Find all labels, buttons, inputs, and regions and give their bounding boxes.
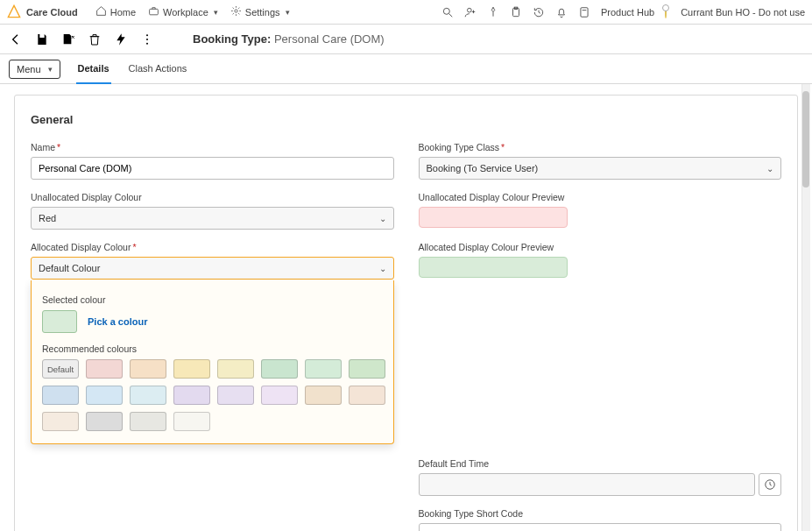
colour-swatch[interactable] (173, 412, 210, 431)
chevron-down-icon: ▾ (214, 8, 218, 17)
booking-type-class-select[interactable]: Booking (To Service User) ⌄ (419, 157, 782, 180)
label-unalloc-preview: Unallocated Display Colour Preview (419, 192, 782, 202)
colour-swatch[interactable] (86, 412, 123, 431)
chevron-down-icon: ▾ (286, 8, 290, 17)
svg-point-4 (468, 8, 472, 12)
booking-type-class-value: Booking (To Service User) (427, 163, 539, 173)
colour-swatch[interactable] (173, 359, 210, 379)
colour-swatch[interactable] (130, 386, 166, 405)
short-code-input[interactable] (419, 523, 782, 531)
svg-point-2 (443, 8, 449, 14)
home-icon (95, 5, 107, 18)
recommended-swatch-grid: Default (42, 359, 383, 431)
colour-swatch[interactable] (349, 386, 385, 405)
menu-button-label: Menu (17, 64, 41, 74)
clipboard-icon[interactable] (510, 6, 522, 18)
gear-icon (230, 5, 242, 18)
back-icon[interactable] (9, 32, 23, 46)
panel: General Name Booking Type Class Booking … (14, 95, 798, 531)
name-input[interactable] (31, 157, 394, 180)
tabs-bar: Menu ▾ Details Clash Actions (0, 54, 812, 84)
colour-swatch[interactable] (261, 386, 298, 405)
record-type-value: Personal Care (DOM) (274, 32, 385, 46)
chevron-down-icon: ⌄ (379, 214, 386, 223)
save-close-icon[interactable] (61, 32, 75, 46)
save-icon[interactable] (35, 32, 49, 46)
clock-icon[interactable] (759, 473, 781, 496)
svg-rect-0 (150, 9, 159, 14)
nav-workplace[interactable]: Workplace ▾ (148, 5, 218, 18)
svg-rect-7 (581, 7, 588, 17)
user-label: Currant Bun HO - Do not use (681, 7, 805, 18)
label-alloc-colour: Allocated Display Colour (31, 242, 394, 252)
colour-swatch[interactable] (42, 386, 79, 405)
selected-colour-label: Selected colour (42, 294, 383, 305)
alloc-preview-swatch (419, 257, 568, 278)
nav-home[interactable]: Home (95, 5, 136, 18)
svg-point-9 (146, 34, 148, 36)
pick-colour-link[interactable]: Pick a colour (88, 316, 147, 327)
colour-swatch[interactable] (173, 386, 210, 405)
history-icon[interactable] (533, 6, 545, 18)
vertical-scrollbar[interactable] (801, 84, 810, 531)
chevron-down-icon: ⌄ (766, 164, 773, 173)
colour-swatch[interactable] (349, 359, 385, 379)
chevron-down-icon: ⌄ (379, 264, 386, 273)
selected-colour-swatch (42, 310, 77, 333)
top-header: Care Cloud Home Workplace ▾ Settings ▾ P… (0, 0, 812, 25)
nav-home-label: Home (110, 7, 136, 18)
brand-logo-icon (7, 4, 21, 20)
nav-workplace-label: Workplace (163, 7, 208, 18)
svg-point-11 (146, 42, 148, 44)
delete-icon[interactable] (88, 32, 102, 46)
colour-picker-dropdown: Selected colour Pick a colour Recommende… (31, 280, 394, 444)
colour-swatch[interactable] (130, 359, 166, 379)
colour-swatch[interactable] (86, 359, 123, 379)
svg-point-1 (235, 10, 237, 12)
colour-swatch[interactable] (217, 386, 254, 405)
chevron-down-icon: ▾ (48, 65, 53, 74)
section-general: General (31, 113, 781, 126)
unalloc-preview-swatch (419, 207, 568, 228)
product-hub-link[interactable]: Product Hub (601, 7, 654, 18)
top-nav: Home Workplace ▾ Settings ▾ (95, 5, 290, 18)
pin-icon[interactable] (487, 6, 499, 18)
colour-swatch[interactable] (217, 359, 254, 379)
bolt-icon[interactable] (114, 32, 128, 46)
alloc-colour-value: Default Colour (39, 263, 100, 273)
top-icons: Product Hub Currant Bun HO - Do not use (441, 6, 805, 18)
nav-settings[interactable]: Settings ▾ (230, 5, 290, 18)
colour-swatch[interactable] (42, 412, 79, 431)
colour-swatch[interactable] (305, 359, 342, 379)
record-title: Booking Type: Personal Care (DOM) (193, 32, 385, 46)
label-alloc-preview: Allocated Display Colour Preview (419, 242, 782, 252)
tab-clash-actions[interactable]: Clash Actions (127, 54, 189, 84)
colour-swatch[interactable] (305, 386, 342, 405)
svg-line-3 (449, 13, 453, 17)
unalloc-colour-select[interactable]: Red ⌄ (31, 207, 394, 230)
person-add-icon[interactable] (464, 6, 477, 18)
label-booking-type-class: Booking Type Class (419, 142, 782, 152)
tab-details[interactable]: Details (76, 54, 111, 84)
alloc-colour-select[interactable]: Default Colour ⌄ (31, 257, 394, 280)
unalloc-colour-value: Red (39, 213, 56, 223)
colour-swatch[interactable]: Default (42, 359, 79, 379)
brand-name: Care Cloud (26, 7, 78, 18)
label-short-code: Booking Type Short Code (419, 508, 782, 519)
calculator-icon[interactable] (578, 6, 590, 18)
menu-button[interactable]: Menu ▾ (9, 60, 60, 79)
colour-swatch[interactable] (261, 359, 298, 379)
record-type-label: Booking Type: (193, 32, 271, 46)
search-icon[interactable] (441, 6, 454, 18)
notification-dot-icon (662, 4, 669, 11)
more-icon[interactable] (140, 32, 154, 46)
bell-icon[interactable] (555, 6, 568, 18)
colour-swatch[interactable] (86, 386, 123, 405)
label-default-end: Default End Time (419, 458, 782, 469)
briefcase-icon (148, 5, 159, 18)
action-bar: Booking Type: Personal Care (DOM) (0, 25, 812, 54)
default-end-time-input[interactable] (419, 473, 756, 496)
label-unalloc-colour: Unallocated Display Colour (31, 192, 394, 202)
colour-swatch[interactable] (130, 412, 166, 431)
nav-settings-label: Settings (245, 7, 280, 18)
